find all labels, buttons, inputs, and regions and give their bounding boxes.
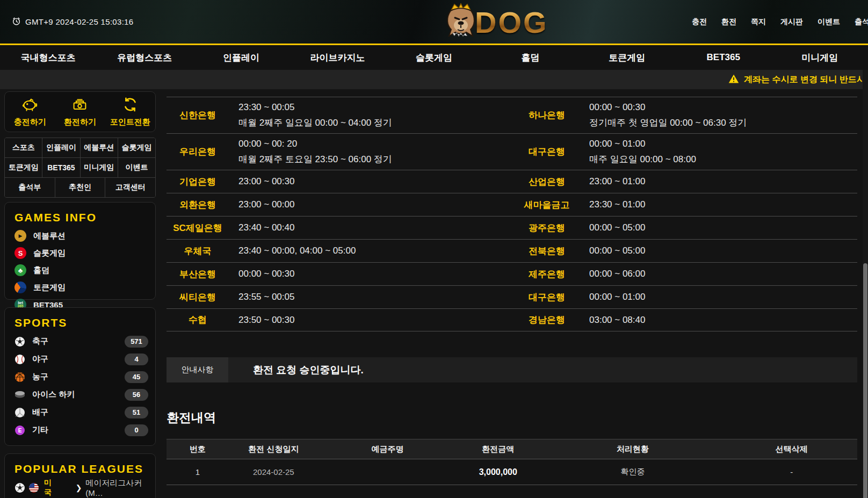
menu-button-이벤트[interactable]: 이벤트 — [118, 158, 155, 177]
games-info-title: GAMES INFO — [5, 203, 155, 227]
main-content: 신한은행23:30 ~ 00:05매월 2째주 일요일 00:00 ~ 04:0… — [167, 89, 857, 485]
slot-icon: S — [15, 247, 26, 259]
menu-button-토큰게임[interactable]: 토큰게임 — [5, 158, 42, 177]
bank-cell-left: 수협23:50 ~ 00:30 — [167, 309, 512, 331]
menu-button-출석부[interactable]: 출석부 — [5, 178, 55, 197]
baseball-icon — [15, 354, 25, 365]
popular-leagues-title: POPULAR LEAGUES — [5, 454, 155, 479]
sports-item-1[interactable]: 축구571 — [5, 333, 155, 350]
quick-action-3[interactable]: 포인트전환 — [105, 92, 155, 132]
history-cell-del: - — [726, 467, 857, 477]
nav-item-5[interactable]: 슬롯게임 — [386, 45, 482, 70]
header-link-2[interactable]: 환전 — [721, 17, 736, 27]
bank-hours: 00:00 ~ 01:00 — [582, 292, 645, 302]
menu-button-BET365[interactable]: BET365 — [42, 158, 79, 177]
bank-cell-left: 우체국23:40 ~ 00:00, 04:00 ~ 05:00 — [167, 240, 512, 262]
bank-hours-main: 23:30 ~ 01:00 — [589, 199, 645, 210]
history-header-1: 번호 — [167, 444, 229, 454]
sports-label: 배구 — [32, 407, 48, 417]
history-cell-no: 1 — [167, 467, 229, 477]
menu-button-스포츠[interactable]: 스포츠 — [5, 138, 42, 157]
nav-item-1[interactable]: 국내형스포츠 — [0, 45, 97, 70]
info-notice-row: 안내사항 환전 요청 승인중입니다. — [167, 357, 857, 382]
header-link-3[interactable]: 쪽지 — [751, 17, 766, 27]
header-link-5[interactable]: 이벤트 — [818, 17, 840, 27]
menu-button-고객센터[interactable]: 고객센터 — [105, 178, 155, 197]
menu-button-인플레이[interactable]: 인플레이 — [42, 138, 79, 157]
site-logo[interactable]: DOG — [444, 1, 548, 43]
history-header-6: 선택삭제 — [726, 444, 857, 454]
bank-hours: 23:30 ~ 01:00 — [582, 199, 645, 210]
nav-item-4[interactable]: 라이브카지노 — [290, 45, 386, 70]
bank-name: 새마을금고 — [512, 199, 582, 211]
bank-maintenance-table: 신한은행23:30 ~ 00:05매월 2째주 일요일 00:00 ~ 04:0… — [167, 97, 857, 331]
transfer-arrows-icon — [122, 97, 139, 114]
header-link-4[interactable]: 게시판 — [780, 17, 803, 27]
nav-item-9[interactable]: 미니게임 — [772, 45, 868, 70]
bank-hours: 00:00 ~ 00:30정기매주 첫 영업일 00:00 ~ 06:30 정기 — [582, 102, 747, 129]
soccer-icon — [15, 482, 25, 493]
bank-row-4: 외환은행23:00 ~ 00:00새마을금고23:30 ~ 01:00 — [167, 193, 857, 216]
history-cell-status: 확인중 — [539, 467, 726, 477]
bank-hours-main: 23:00 ~ 01:00 — [589, 176, 645, 187]
nav-item-8[interactable]: BET365 — [675, 45, 772, 70]
logo-text: DOG — [475, 5, 548, 40]
sports-item-3[interactable]: 농구45 — [5, 368, 155, 386]
nav-item-3[interactable]: 인플레이 — [193, 45, 290, 70]
scrollbar-thumb[interactable] — [863, 263, 867, 498]
bank-name: 경남은행 — [512, 314, 582, 326]
league-row-1[interactable]: 미국❯메이저리그사커 (M… — [5, 479, 155, 496]
games-info-item-4[interactable]: 토큰게임 — [5, 279, 155, 296]
soccer-icon — [15, 336, 25, 347]
bank-hours-note: 정기매주 첫 영업일 00:00 ~ 06:30 정기 — [589, 117, 747, 129]
menu-grid-row: 출석부추천인고객센터 — [5, 177, 155, 197]
sports-item-6[interactable]: E기타0 — [5, 421, 155, 439]
sports-item-5[interactable]: 배구51 — [5, 403, 155, 421]
sports-count-badge: 4 — [125, 353, 148, 365]
nav-item-7[interactable]: 토큰게임 — [578, 45, 675, 70]
menu-button-추천인[interactable]: 추천인 — [55, 178, 105, 197]
games-info-item-2[interactable]: S슬롯게임 — [5, 244, 155, 262]
bank-hours: 00:00 ~ 01:00매주 일요일 00:00 ~ 08:00 — [582, 139, 696, 165]
history-header-3: 예금주명 — [319, 444, 457, 454]
sports-count-badge: 0 — [125, 424, 148, 436]
bank-row-2: 우리은행00:00 ~ 00: 20매월 2째주 토요일 23:50 ~ 06:… — [167, 133, 857, 170]
bank-cell-right: 하나은행00:00 ~ 00:30정기매주 첫 영업일 00:00 ~ 06:3… — [512, 97, 857, 133]
header-link-1[interactable]: 충전 — [692, 17, 707, 27]
bank-cell-right: 광주은행00:00 ~ 05:00 — [512, 216, 857, 239]
quick-action-1[interactable]: 충전하기 — [5, 92, 55, 132]
bank-hours-main: 03:00 ~ 08:40 — [589, 315, 645, 326]
bank-row-8: 씨티은행23:55 ~ 00:05대구은행00:00 ~ 01:00 — [167, 285, 857, 308]
evolution-icon: ▶ — [15, 230, 26, 242]
games-info-item-3[interactable]: ♣홀덤 — [5, 262, 155, 279]
svg-text:E: E — [18, 428, 22, 434]
menu-button-미니게임[interactable]: 미니게임 — [80, 158, 118, 177]
menu-button-슬롯게임[interactable]: 슬롯게임 — [118, 138, 155, 157]
basketball-icon — [15, 372, 25, 382]
bank-hours-main: 00:00 ~ 00:30 — [589, 102, 747, 113]
holdem-icon: ♣ — [15, 264, 26, 276]
games-info-item-1[interactable]: ▶에볼루션 — [5, 227, 155, 244]
menu-button-에볼루션[interactable]: 에볼루션 — [80, 138, 118, 157]
exchange-history-table: 번호환전 신청일지예금주명환전금액처리현황선택삭제12024-02-253,00… — [167, 439, 857, 485]
quick-action-2[interactable]: 환전하기 — [55, 92, 105, 132]
bank-cell-left: 외환은행23:00 ~ 00:00 — [167, 193, 512, 216]
bank-hours: 00:00 ~ 00: 20매월 2째주 토요일 23:50 ~ 06:00 정… — [229, 139, 392, 165]
bank-hours: 23:40 ~ 00:00, 04:00 ~ 05:00 — [229, 246, 356, 256]
bank-hours-main: 23:40 ~ 00:40 — [238, 222, 294, 233]
sports-count-badge: 571 — [125, 336, 148, 348]
header-link-6[interactable]: 출석부 — [855, 17, 868, 27]
popular-leagues-panel: POPULAR LEAGUES 미국❯메이저리그사커 (M… — [4, 453, 156, 498]
bank-hours-main: 00:00 ~ 05:00 — [589, 222, 645, 233]
bank-cell-right: 새마을금고23:30 ~ 01:00 — [512, 193, 857, 216]
quick-action-label: 충전하기 — [14, 117, 46, 127]
sports-item-4[interactable]: 아이스 하키56 — [5, 386, 155, 403]
nav-item-2[interactable]: 유럽형스포츠 — [97, 45, 193, 70]
bank-hours-main: 00:00 ~ 00: 20 — [238, 139, 392, 149]
scrollbar-track[interactable] — [863, 70, 868, 498]
bank-name: 산업은행 — [512, 176, 582, 188]
sports-count-badge: 56 — [125, 389, 148, 401]
sports-item-2[interactable]: 야구4 — [5, 350, 155, 368]
sports-label: 농구 — [32, 372, 48, 382]
nav-item-6[interactable]: 홀덤 — [482, 45, 579, 70]
